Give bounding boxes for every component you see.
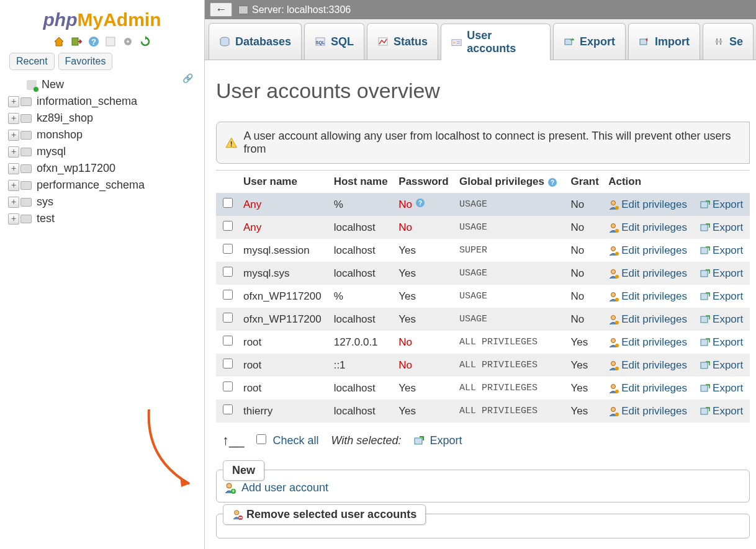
row-checkbox[interactable] <box>223 313 233 323</box>
cell-password: No <box>395 354 456 377</box>
expand-icon[interactable]: + <box>8 163 19 174</box>
add-user-account-link[interactable]: + Add user account <box>224 481 742 494</box>
link-icon[interactable]: 🔗 <box>182 73 193 83</box>
cell-grant: No <box>567 193 605 216</box>
cell-export[interactable]: Export <box>696 262 750 285</box>
sql-query-icon[interactable] <box>104 35 117 48</box>
svg-point-38 <box>615 252 619 256</box>
row-checkbox[interactable] <box>223 221 233 231</box>
tree-db-item[interactable]: +performance_schema <box>8 177 196 194</box>
export-icon <box>700 291 711 302</box>
svg-point-21 <box>715 40 718 43</box>
server-icon <box>238 6 248 14</box>
home-icon[interactable] <box>53 35 65 48</box>
tree-db-item[interactable]: +test <box>8 210 196 227</box>
cell-edit-privileges[interactable]: Edit privileges <box>605 285 696 308</box>
tree-new[interactable]: New <box>8 76 196 93</box>
tab-se[interactable]: Se <box>703 23 754 60</box>
tab-user-accounts[interactable]: User accounts <box>441 24 551 60</box>
recent-tab[interactable]: Recent <box>9 53 55 70</box>
cell-export[interactable]: Export <box>696 399 750 422</box>
tree-db-item[interactable]: +monshop <box>8 127 196 143</box>
export-icon <box>413 435 425 447</box>
svg-point-61 <box>611 385 616 389</box>
tab-databases[interactable]: Databases <box>209 23 302 60</box>
cell-export[interactable]: Export <box>696 354 750 377</box>
svg-point-14 <box>453 42 456 44</box>
cell-export[interactable]: Export <box>696 331 750 354</box>
cell-export[interactable]: Export <box>696 216 750 239</box>
cell-edit-privileges[interactable]: Edit privileges <box>605 193 696 216</box>
export-icon <box>700 383 711 394</box>
tree-db-item[interactable]: +mysql <box>8 143 196 160</box>
cell-export[interactable]: Export <box>696 193 750 216</box>
expand-icon[interactable]: + <box>8 197 19 208</box>
cell-edit-privileges[interactable]: Edit privileges <box>605 399 696 422</box>
user-accounts-table: User name Host name Password Global priv… <box>216 170 750 422</box>
cell-export[interactable]: Export <box>696 239 750 262</box>
cell-export[interactable]: Export <box>696 377 750 399</box>
table-row: Any%No ?USAGENoEdit privilegesExport <box>216 193 750 216</box>
cell-username: mysql.sys <box>240 262 330 285</box>
row-checkbox[interactable] <box>223 290 233 300</box>
col-username: User name <box>240 171 330 194</box>
cell-edit-privileges[interactable]: Edit privileges <box>605 262 696 285</box>
svg-rect-67 <box>701 408 708 414</box>
settings-icon[interactable] <box>122 35 134 48</box>
logout-icon[interactable] <box>70 35 83 48</box>
favorites-tab[interactable]: Favorites <box>58 53 113 70</box>
cell-edit-privileges[interactable]: Edit privileges <box>605 216 696 239</box>
expand-icon[interactable]: + <box>8 130 19 141</box>
row-checkbox[interactable] <box>223 359 233 368</box>
svg-point-50 <box>615 321 619 324</box>
edit-user-icon <box>608 245 619 256</box>
edit-user-icon <box>608 314 619 325</box>
tab-import[interactable]: Import <box>628 23 700 60</box>
row-checkbox[interactable] <box>223 267 233 277</box>
export-icon <box>700 222 711 233</box>
cell-username: thierry <box>240 399 330 422</box>
tab-export[interactable]: Export <box>553 23 626 60</box>
row-checkbox[interactable] <box>223 198 233 208</box>
cell-host: localhost <box>330 239 395 262</box>
row-checkbox[interactable] <box>223 244 233 254</box>
check-all-checkbox[interactable] <box>256 434 266 444</box>
cell-export[interactable]: Export <box>696 285 750 308</box>
tree-db-item[interactable]: +kz89i_shop <box>8 110 196 127</box>
svg-point-6 <box>127 40 129 43</box>
cell-edit-privileges[interactable]: Edit privileges <box>605 308 696 331</box>
cell-edit-privileges[interactable]: Edit privileges <box>605 354 696 377</box>
cell-edit-privileges[interactable]: Edit privileges <box>605 239 696 262</box>
col-privileges: Global privileges ? <box>456 171 567 194</box>
cell-edit-privileges[interactable]: Edit privileges <box>605 377 696 399</box>
with-selected-label: With selected: <box>331 434 402 447</box>
cell-grant: No <box>567 285 605 308</box>
tab-sql[interactable]: SQLSQL <box>304 23 364 60</box>
cell-host: ::1 <box>330 354 395 377</box>
cell-export[interactable]: Export <box>696 308 750 331</box>
expand-icon[interactable]: + <box>8 213 19 225</box>
tree-db-item[interactable]: +ofxn_wp117200 <box>8 160 196 177</box>
warning-box: ! A user account allowing any user from … <box>216 122 750 164</box>
row-checkbox[interactable] <box>223 336 233 346</box>
expand-icon[interactable]: + <box>8 113 19 124</box>
check-all[interactable]: Check all <box>256 434 318 447</box>
tree-db-item[interactable]: +information_schema <box>8 93 196 110</box>
server-label: Server: localhost:3306 <box>252 4 351 16</box>
edit-user-icon <box>608 406 619 417</box>
cell-grant: No <box>567 239 605 262</box>
back-button[interactable]: ← <box>210 2 232 17</box>
cell-password: Yes <box>395 308 456 331</box>
expand-icon[interactable]: + <box>8 180 19 191</box>
tab-status[interactable]: Status <box>367 23 438 60</box>
cell-edit-privileges[interactable]: Edit privileges <box>605 331 696 354</box>
tree-db-item[interactable]: +sys <box>8 194 196 210</box>
row-checkbox[interactable] <box>223 382 233 391</box>
export-selected[interactable]: Export <box>413 434 462 447</box>
reload-icon[interactable] <box>139 35 151 48</box>
help-icon[interactable]: ? <box>547 177 557 187</box>
expand-icon[interactable]: + <box>8 146 19 158</box>
help-icon[interactable]: ? <box>88 35 100 48</box>
row-checkbox[interactable] <box>223 404 233 414</box>
expand-icon[interactable]: + <box>8 96 19 107</box>
